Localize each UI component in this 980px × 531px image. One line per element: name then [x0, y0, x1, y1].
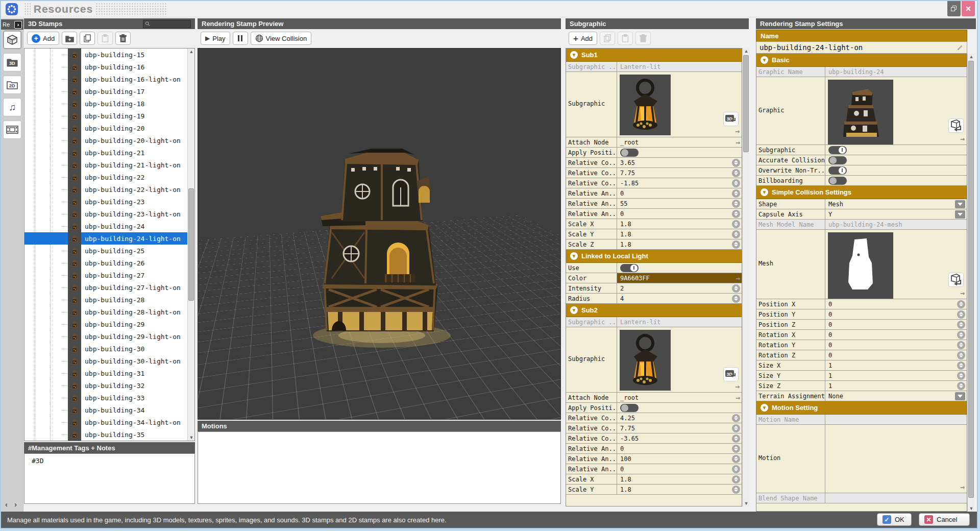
expand-sidebar-icon[interactable]: › [14, 21, 22, 29]
property-value[interactable]: 0 [825, 330, 967, 340]
add-stamp-button[interactable]: + Add [27, 32, 59, 45]
scroll-up-icon[interactable]: ▲ [968, 54, 975, 60]
delete-subgraphic-button[interactable] [635, 32, 651, 45]
stamp-list-item[interactable]: ubp-building-15 [24, 49, 194, 61]
stamp-list-item[interactable]: ubp-building-23 [24, 196, 194, 208]
property-value[interactable]: _root→ [617, 137, 742, 147]
section-header[interactable]: ▼Basic [756, 54, 967, 67]
property-value[interactable]: Y [825, 209, 967, 219]
scroll-down-icon[interactable]: ▼ [188, 435, 195, 441]
toggle-switch[interactable] [828, 146, 847, 154]
property-value[interactable]: → [825, 425, 967, 493]
stamp-list-item[interactable]: ubp-building-24-light-on [24, 232, 194, 245]
arrow-right-icon[interactable]: → [736, 394, 740, 401]
property-value[interactable]: 3D→ [617, 327, 742, 392]
spinner-icon[interactable] [732, 179, 740, 187]
scroll-down-icon[interactable]: ▼ [968, 505, 975, 512]
sidebar-item-3d-models[interactable]: 3D [3, 53, 21, 71]
stamp-list-item[interactable]: ubp-building-16 [24, 61, 194, 73]
property-value[interactable]: Lantern-lit [617, 62, 742, 71]
property-value[interactable]: 3D→ [617, 72, 742, 137]
spinner-icon[interactable] [957, 300, 965, 308]
property-value[interactable]: Lantern-lit [617, 317, 742, 327]
play-button[interactable]: ▶ Play [201, 32, 230, 45]
add-subgraphic-button[interactable]: + Add [569, 32, 597, 45]
property-value[interactable] [825, 145, 967, 155]
spinner-icon[interactable] [732, 240, 740, 249]
stamp-list-item[interactable]: ubp-building-33 [24, 392, 194, 404]
arrow-right-icon[interactable]: → [960, 134, 965, 143]
stamp-list-item[interactable]: ubp-building-21 [24, 147, 194, 159]
ok-button[interactable]: ✓ OK [877, 513, 912, 526]
building-thumbnail[interactable] [828, 80, 893, 144]
scroll-up-icon[interactable]: ▲ [188, 49, 195, 55]
spinner-icon[interactable] [732, 424, 740, 432]
spinner-icon[interactable] [732, 295, 740, 303]
spinner-icon[interactable] [732, 455, 740, 463]
stamp-list-item[interactable]: ubp-building-28 [24, 294, 194, 306]
stamp-list-item[interactable]: ubp-building-22 [24, 171, 194, 183]
dropdown-icon[interactable] [955, 210, 965, 219]
spinner-icon[interactable] [957, 372, 965, 380]
view-collision-button[interactable]: View Collision [251, 32, 312, 45]
property-value[interactable]: 0 [825, 299, 967, 309]
arrow-right-icon[interactable]: → [960, 288, 965, 298]
arrow-right-icon[interactable]: → [736, 274, 740, 282]
property-value[interactable]: 0 [825, 320, 967, 329]
3d-model-badge-icon[interactable]: 3D [723, 367, 739, 381]
property-value[interactable]: None [825, 391, 967, 401]
settings-scrollbar[interactable]: ▲ ▼ [967, 54, 974, 512]
copy-stamp-button[interactable] [80, 32, 95, 45]
spinner-icon[interactable] [732, 220, 740, 228]
preview-viewport[interactable] [198, 48, 561, 420]
scroll-down-icon[interactable]: ▼ [743, 500, 750, 506]
property-value[interactable] [825, 155, 967, 165]
tags-notes-area[interactable]: #3D [24, 453, 195, 504]
name-field[interactable]: ubp-building-24-light-on [756, 41, 967, 54]
toggle-switch[interactable] [828, 166, 847, 175]
spinner-icon[interactable] [732, 445, 740, 453]
stamp-list-item[interactable]: ubp-building-21-light-on [24, 159, 194, 171]
property-value[interactable]: 7.75 [617, 423, 742, 433]
section-header[interactable]: ▼Motion Setting [756, 401, 967, 415]
dropdown-icon[interactable] [955, 200, 965, 208]
property-value[interactable]: 3.65 [617, 158, 742, 167]
lantern-thumbnail[interactable] [620, 75, 671, 135]
section-header[interactable]: ▼Sub2 [566, 304, 742, 317]
property-value[interactable] [825, 165, 967, 175]
spinner-icon[interactable] [732, 200, 740, 208]
property-value[interactable] [825, 415, 967, 424]
stamp-list-item[interactable]: ubp-building-17 [24, 85, 194, 98]
arrow-right-icon[interactable]: → [735, 127, 740, 136]
property-value[interactable]: 1 [825, 360, 967, 370]
copy-subgraphic-button[interactable] [600, 32, 615, 45]
sidebar-tab[interactable]: Re › [1, 19, 23, 30]
property-value[interactable]: 4.25 [617, 413, 742, 423]
spinner-icon[interactable] [957, 310, 965, 319]
spinner-icon[interactable] [732, 486, 740, 494]
property-value[interactable]: 1 [825, 381, 967, 391]
new-folder-button[interactable] [62, 32, 77, 45]
import-model-icon[interactable] [948, 273, 964, 287]
property-value[interactable]: 7.75 [617, 168, 742, 178]
scroll-up-icon[interactable]: ▲ [743, 48, 750, 54]
stamps-scrollbar[interactable]: ▲ ▼ [187, 49, 194, 441]
property-value[interactable]: 1.8 [617, 229, 742, 239]
property-value[interactable]: 9A6603FF→ [617, 273, 742, 283]
close-button[interactable]: ✕ [962, 1, 975, 16]
stamp-list-item[interactable]: ubp-building-23-light-on [24, 208, 194, 220]
lantern-thumbnail[interactable] [620, 330, 671, 391]
spinner-icon[interactable] [732, 210, 740, 218]
spinner-icon[interactable] [732, 189, 740, 198]
import-model-icon[interactable] [948, 118, 964, 133]
stamp-list-item[interactable]: ubp-building-28-light-on [24, 306, 194, 318]
spinner-icon[interactable] [732, 465, 740, 473]
3d-model-badge-icon[interactable]: 3D [723, 112, 739, 126]
maximize-button[interactable] [947, 1, 961, 16]
property-value[interactable]: 0 [617, 209, 742, 219]
subgraphic-scrollbar[interactable]: ▲ ▼ [742, 48, 749, 506]
property-value[interactable]: 2 [617, 283, 742, 293]
spinner-icon[interactable] [732, 414, 740, 422]
property-value[interactable]: ubp-building-24 [825, 67, 967, 77]
spinner-icon[interactable] [957, 351, 965, 359]
